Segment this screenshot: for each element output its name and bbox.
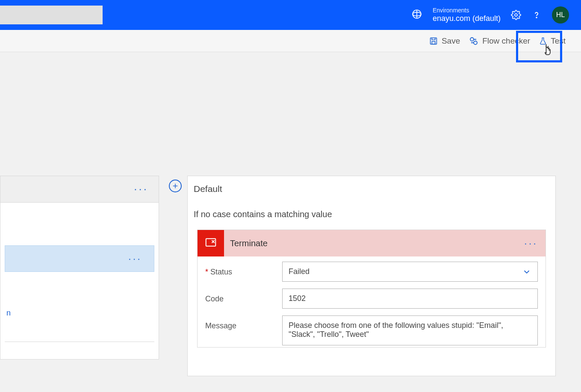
- environment-name: enayu.com (default): [433, 14, 501, 24]
- svg-rect-6: [432, 41, 435, 44]
- sub-action-item[interactable]: ···: [5, 245, 154, 272]
- status-label: Status: [210, 268, 232, 276]
- settings-icon[interactable]: [511, 10, 521, 20]
- svg-point-8: [474, 41, 477, 44]
- default-case-card: Default If no case contains a matching v…: [187, 176, 556, 376]
- environment-label: Environments: [433, 7, 501, 14]
- more-icon[interactable]: ···: [128, 253, 142, 265]
- help-icon[interactable]: [531, 10, 542, 20]
- svg-point-3: [515, 14, 517, 16]
- code-label: Code: [205, 295, 224, 303]
- flow-checker-label: Flow checker: [482, 36, 530, 46]
- code-field-row: Code 1502: [198, 283, 546, 310]
- svg-point-7: [470, 38, 474, 41]
- avatar-initials: HL: [556, 11, 565, 19]
- flow-checker-button[interactable]: Flow checker: [469, 36, 530, 46]
- message-label: Message: [205, 321, 236, 330]
- code-input[interactable]: 1502: [282, 289, 538, 309]
- terminate-icon: [204, 236, 217, 251]
- action-header[interactable]: Terminate ···: [198, 230, 546, 256]
- message-input[interactable]: Please choose from one of the following …: [282, 315, 538, 345]
- add-case-button[interactable]: [169, 180, 182, 192]
- search-input[interactable]: [0, 6, 103, 24]
- more-icon[interactable]: ···: [524, 237, 546, 249]
- code-value: 1502: [289, 294, 306, 303]
- save-button[interactable]: Save: [429, 36, 460, 46]
- test-label: Test: [551, 36, 566, 46]
- environment-selector[interactable]: Environments enayu.com (default): [433, 7, 501, 23]
- status-field-row: * Status Failed: [198, 256, 546, 283]
- case-card-left: ··· ··· n: [0, 176, 159, 360]
- case-description: If no case contains a matching value: [188, 197, 555, 230]
- app-header: Environments enayu.com (default) HL: [0, 0, 581, 30]
- case-title: Default: [188, 176, 555, 197]
- action-title: Terminate: [224, 239, 524, 248]
- save-label: Save: [442, 36, 460, 46]
- header-right: Environments enayu.com (default) HL: [411, 6, 581, 24]
- message-value: Please choose from one of the following …: [289, 321, 503, 339]
- chevron-down-icon: [522, 267, 531, 279]
- truncated-text: n: [5, 309, 154, 318]
- environment-icon: [411, 9, 422, 21]
- test-button[interactable]: Test: [539, 36, 566, 46]
- editor-toolbar: Save Flow checker Test: [0, 30, 581, 52]
- svg-rect-5: [431, 38, 437, 44]
- message-field-row: Message Please choose from one of the fo…: [198, 310, 546, 347]
- svg-point-4: [536, 17, 537, 18]
- status-value: Failed: [289, 267, 310, 276]
- user-avatar[interactable]: HL: [552, 6, 569, 24]
- more-icon[interactable]: ···: [134, 183, 148, 196]
- terminate-action: Terminate ··· * Status Failed Code 1502 …: [197, 230, 546, 348]
- case-left-header: ···: [0, 176, 159, 203]
- status-select[interactable]: Failed: [282, 262, 538, 282]
